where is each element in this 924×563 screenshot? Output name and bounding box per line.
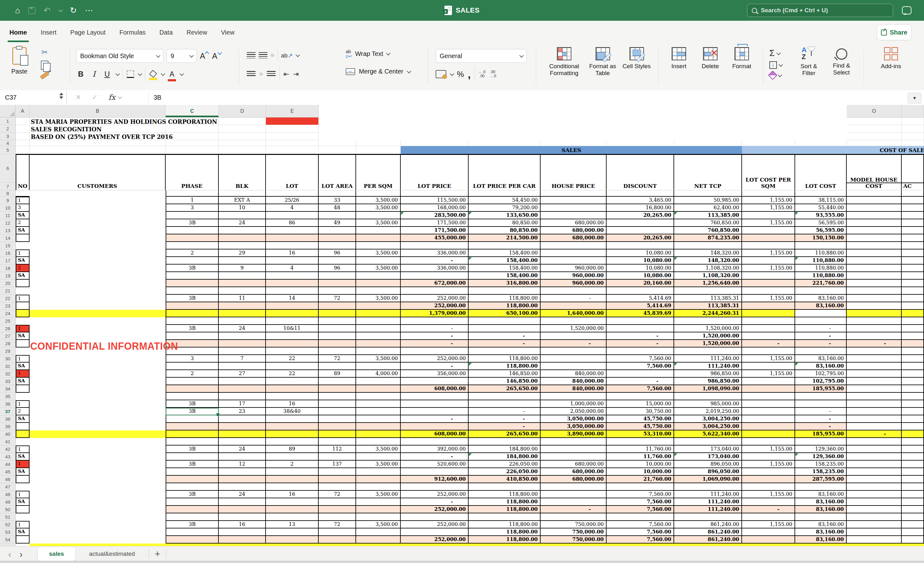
- cell-J35[interactable]: [541, 393, 607, 400]
- cell-O11[interactable]: [847, 212, 902, 219]
- cell-J45[interactable]: 680,000.00: [541, 468, 607, 476]
- cell-G30[interactable]: 3,500.00: [356, 355, 401, 362]
- grid-cell[interactable]: [30, 430, 166, 438]
- cell-H37[interactable]: [401, 408, 469, 415]
- grid-cell[interactable]: [401, 140, 469, 146]
- cell-C16[interactable]: 2: [166, 250, 219, 257]
- cell-H21[interactable]: [401, 287, 469, 295]
- cell-G8[interactable]: [356, 190, 401, 197]
- cell-G48[interactable]: 3,500.00: [356, 491, 401, 498]
- row-header-12[interactable]: 12: [0, 219, 16, 227]
- cell-E40[interactable]: [266, 430, 319, 438]
- cell-C47[interactable]: [166, 483, 219, 491]
- row-header-45[interactable]: 45: [0, 468, 16, 476]
- cell-A28[interactable]: [16, 340, 30, 347]
- cell-J40[interactable]: 3,890,000.00: [541, 430, 607, 438]
- cell-L46[interactable]: 1,069,090.00: [674, 476, 742, 483]
- cell-M8[interactable]: [742, 190, 795, 197]
- cell-F47[interactable]: [319, 483, 356, 491]
- cell-G19[interactable]: [356, 272, 401, 280]
- cell-C32[interactable]: 2: [166, 370, 219, 377]
- row-header-27[interactable]: 27: [0, 332, 16, 340]
- cell-K9[interactable]: 3,465.00: [607, 197, 674, 204]
- cell-J34[interactable]: 840,000.00: [541, 385, 607, 393]
- cell-G17[interactable]: [356, 257, 401, 265]
- cell-E20[interactable]: [266, 280, 319, 287]
- cell-L38[interactable]: 3,004,250.00: [674, 415, 742, 423]
- cell-N17[interactable]: 110,880.00: [795, 257, 847, 265]
- cell-M45[interactable]: [742, 468, 795, 476]
- align-right-icon[interactable]: [267, 71, 276, 77]
- cell-O22[interactable]: [847, 295, 902, 302]
- cell-F51[interactable]: [319, 514, 356, 521]
- row-header-54[interactable]: 54: [0, 536, 16, 544]
- cell-H27[interactable]: -: [401, 332, 469, 340]
- cell-A32[interactable]: 1: [16, 370, 30, 377]
- cell-F45[interactable]: [319, 468, 356, 476]
- cell-H31[interactable]: -: [401, 362, 469, 370]
- cell-H22[interactable]: 252,000.00: [401, 295, 469, 302]
- grid-cell[interactable]: [16, 146, 30, 154]
- paste-button[interactable]: Paste: [11, 47, 27, 75]
- cell-O41[interactable]: [847, 438, 902, 446]
- cell-I38[interactable]: -: [469, 415, 541, 423]
- cell-C43[interactable]: [166, 453, 219, 461]
- row-header-3[interactable]: 3: [0, 133, 16, 140]
- cell-I36[interactable]: [469, 400, 541, 408]
- cell-H29[interactable]: [401, 347, 469, 355]
- cell-C48[interactable]: 3B: [166, 491, 219, 498]
- cell-F38[interactable]: [319, 415, 356, 423]
- cell-D37[interactable]: 23: [219, 408, 266, 415]
- cell-J23[interactable]: [541, 302, 607, 310]
- cell-G51[interactable]: [356, 514, 401, 521]
- cell-I53[interactable]: 118,800.00: [469, 529, 541, 536]
- row-header-17[interactable]: 17: [0, 257, 16, 265]
- cell-O16[interactable]: [847, 250, 902, 257]
- cell-A36[interactable]: 1: [16, 400, 30, 408]
- fill-button[interactable]: [770, 61, 782, 69]
- cell-P37[interactable]: [902, 408, 924, 415]
- cell-G10[interactable]: 3,500.00: [356, 204, 401, 212]
- cell-F27[interactable]: [319, 332, 356, 340]
- cell-P51[interactable]: [902, 514, 924, 521]
- cell-N38[interactable]: -: [795, 415, 847, 423]
- cell-O15[interactable]: [847, 242, 902, 250]
- cell-O39[interactable]: [847, 423, 902, 430]
- cell-H19[interactable]: [401, 272, 469, 280]
- cell-M30[interactable]: 1,155.00: [742, 355, 795, 362]
- cell-E43[interactable]: [266, 453, 319, 461]
- cell-F43[interactable]: [319, 453, 356, 461]
- cell-N21[interactable]: [795, 287, 847, 295]
- cell-P24[interactable]: [902, 310, 924, 317]
- cell-A49[interactable]: SA: [16, 498, 30, 506]
- cell-D23[interactable]: [219, 302, 266, 310]
- cell-A54[interactable]: [16, 536, 30, 544]
- cell-E8[interactable]: [266, 190, 319, 197]
- select-all-corner[interactable]: [0, 105, 16, 117]
- cell-N41[interactable]: [795, 438, 847, 446]
- percent-format-icon[interactable]: %: [457, 70, 464, 79]
- comma-format-icon[interactable]: ,: [468, 73, 471, 76]
- grid-cell[interactable]: [742, 140, 795, 146]
- column-header-A[interactable]: A: [16, 105, 30, 117]
- row-header-25[interactable]: 25: [0, 317, 16, 325]
- cell-D19[interactable]: [219, 272, 266, 280]
- cell-D14[interactable]: [219, 234, 266, 242]
- cell-H50[interactable]: 252,000.00: [401, 506, 469, 514]
- conditional-formatting-button[interactable]: Conditional Formatting: [544, 47, 585, 77]
- cell-F21[interactable]: [319, 287, 356, 295]
- cell-M52[interactable]: 1,155.00: [742, 521, 795, 529]
- cell-J24[interactable]: 1,640,000.00: [541, 310, 607, 317]
- grid-cell[interactable]: [902, 133, 924, 140]
- cell-I50[interactable]: 118,800.00: [469, 506, 541, 514]
- cell-F50[interactable]: [319, 506, 356, 514]
- cell-I47[interactable]: [469, 483, 541, 491]
- cell-O35[interactable]: [847, 393, 902, 400]
- cell-E32[interactable]: 22: [266, 370, 319, 377]
- cell-P16[interactable]: [902, 250, 924, 257]
- cell-K17[interactable]: 10,080.00: [607, 257, 674, 265]
- cell-N40[interactable]: 185,955.00: [795, 430, 847, 438]
- cell-E21[interactable]: [266, 287, 319, 295]
- cell-H14[interactable]: 455,000.00: [401, 234, 469, 242]
- cell-O31[interactable]: [847, 362, 902, 370]
